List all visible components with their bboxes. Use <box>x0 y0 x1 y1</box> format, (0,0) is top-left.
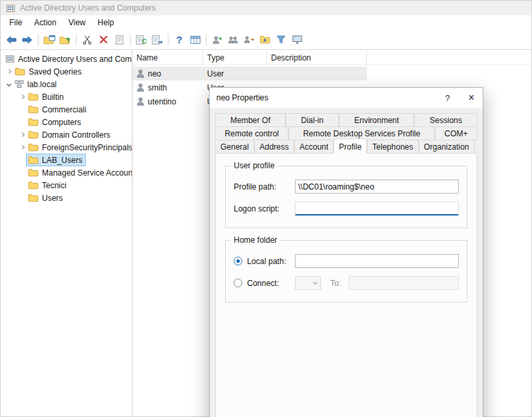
dialog-help-button[interactable]: ? <box>436 88 459 108</box>
export-list-button[interactable] <box>149 32 165 48</box>
delete-button[interactable] <box>95 32 111 48</box>
connect-path-input[interactable] <box>349 276 459 290</box>
forward-button[interactable] <box>19 32 35 48</box>
tab-row-3: General Address Account Profile Telephon… <box>215 140 477 154</box>
tab-telephones[interactable]: Telephones <box>367 140 418 154</box>
logon-script-input[interactable] <box>295 202 459 215</box>
console-tree-button[interactable] <box>41 32 57 48</box>
expander-spacer <box>17 154 27 166</box>
tab-sessions[interactable]: Sessions <box>414 113 477 127</box>
tree-item-label: Tecnici <box>42 181 67 190</box>
table-icon <box>190 36 200 44</box>
tab-general[interactable]: General <box>215 140 254 154</box>
help-button[interactable]: ? <box>171 32 187 48</box>
new-user-button[interactable] <box>209 32 225 48</box>
new-user-icon <box>212 35 222 44</box>
tree-item-label: Commerciali <box>42 105 87 114</box>
tree-item-lab-users[interactable]: LAB_Users <box>1 154 132 166</box>
folder-icon <box>28 194 39 202</box>
up-level-icon <box>59 35 71 45</box>
new-ou-button[interactable] <box>257 32 273 48</box>
tab-remote-control[interactable]: Remote control <box>215 126 288 140</box>
expander-spacer <box>17 166 27 179</box>
tree-item-label: Saved Queries <box>29 67 81 76</box>
delete-icon <box>99 35 108 44</box>
folder-icon <box>28 105 39 114</box>
column-header-description[interactable]: Description <box>267 51 367 65</box>
cut-button[interactable] <box>79 32 95 48</box>
folder-icon <box>15 67 25 76</box>
tree-item-lab-local[interactable]: lab.local <box>1 78 132 90</box>
tree-item-label: LAB_Users <box>42 156 83 165</box>
tree-item-commerciali[interactable]: Commerciali <box>1 103 132 116</box>
tab-member-of[interactable]: Member Of <box>215 113 286 127</box>
folder-icon <box>28 168 39 177</box>
toolbar-separator <box>168 34 168 46</box>
help-icon: ? <box>176 35 182 45</box>
expander[interactable] <box>17 128 27 141</box>
console-tree-icon <box>43 35 55 45</box>
table-view-button[interactable] <box>187 32 203 48</box>
tree-item-label: ForeignSecurityPrincipals <box>42 143 133 152</box>
remote-control-icon <box>292 35 302 44</box>
add-to-group-button[interactable] <box>241 32 257 48</box>
local-path-input[interactable] <box>295 254 459 268</box>
local-path-radio[interactable] <box>234 257 242 265</box>
to-label: To: <box>330 279 349 288</box>
folder-icon <box>28 143 39 152</box>
tab-organization[interactable]: Organization <box>419 140 475 154</box>
window-title: Active Directory Users and Computers <box>20 3 156 13</box>
refresh-button[interactable] <box>133 32 149 48</box>
menu-help[interactable]: Help <box>92 16 121 29</box>
up-level-button[interactable] <box>57 32 73 48</box>
tree-item-saved-queries[interactable]: Saved Queries <box>1 65 132 78</box>
new-group-button[interactable] <box>225 32 241 48</box>
back-icon <box>6 36 17 44</box>
profile-path-label: Profile path: <box>234 182 295 192</box>
tree-item-foreign-security-principals[interactable]: ForeignSecurityPrincipals <box>1 141 132 154</box>
tab-profile[interactable]: Profile <box>334 138 367 154</box>
back-button[interactable] <box>3 32 19 48</box>
filter-button[interactable] <box>273 32 289 48</box>
new-ou-icon <box>260 35 270 44</box>
console-tree-pane: Active Directory Users and Computers Sav… <box>1 51 133 416</box>
column-header-name[interactable]: Name <box>133 51 203 65</box>
tree-item-builtin[interactable]: Builtin <box>1 90 132 103</box>
properties-button[interactable] <box>111 32 127 48</box>
column-header-type[interactable]: Type <box>203 51 267 65</box>
expander[interactable] <box>17 90 27 103</box>
cell-name: utentino <box>148 97 176 106</box>
tab-address[interactable]: Address <box>254 140 294 154</box>
user-icon <box>136 97 144 106</box>
menu-view[interactable]: View <box>63 16 92 29</box>
tab-account[interactable]: Account <box>294 140 334 154</box>
tree-item-label: Builtin <box>42 92 64 102</box>
list-item-neo[interactable]: neo User <box>133 67 367 80</box>
dialog-close-button[interactable]: × <box>460 88 483 108</box>
tree-item-root[interactable]: Active Directory Users and Computers <box>1 53 132 65</box>
tab-com-plus[interactable]: COM+ <box>435 126 477 140</box>
drive-letter-select[interactable] <box>295 276 321 290</box>
connect-radio[interactable] <box>234 279 242 287</box>
tree-item-domain-controllers[interactable]: Domain Controllers <box>1 128 132 141</box>
toolbar-separator <box>206 34 206 46</box>
tree-item-computers[interactable]: Computers <box>1 116 132 128</box>
tree-item-label: lab.local <box>27 80 57 89</box>
tab-dial-in[interactable]: Dial-in <box>286 113 339 127</box>
tree-item-tecnici[interactable]: Tecnici <box>1 179 132 192</box>
profile-path-input[interactable] <box>295 180 459 194</box>
domain-icon <box>15 80 24 88</box>
remote-control-button[interactable] <box>289 32 305 48</box>
profile-tab-page: User profile Profile path: Logon script:… <box>215 153 477 417</box>
menu-file[interactable]: File <box>3 16 28 29</box>
tree-item-managed-service-accounts[interactable]: Managed Service Accounts <box>1 166 132 179</box>
forward-icon <box>22 36 33 44</box>
tree-item-users[interactable]: Users <box>1 192 132 204</box>
properties-icon <box>115 35 124 45</box>
toolbar-separator <box>38 34 39 46</box>
expander[interactable] <box>17 141 27 154</box>
menu-action[interactable]: Action <box>28 16 62 29</box>
expander[interactable] <box>4 78 13 90</box>
expander[interactable] <box>4 65 13 78</box>
tab-environment[interactable]: Environment <box>339 113 414 127</box>
